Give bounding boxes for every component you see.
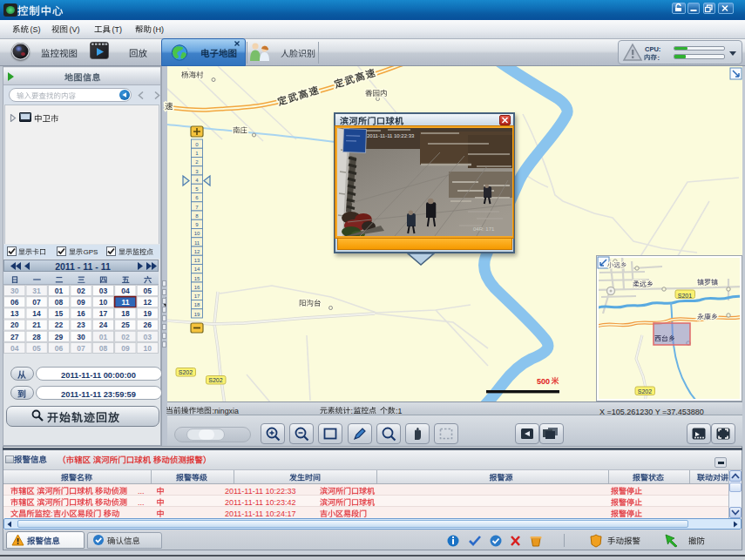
svg-text:30: 30 [77,333,85,341]
svg-text:06: 06 [55,344,64,353]
svg-text:23: 23 [77,320,85,329]
svg-text:08: 08 [99,344,108,353]
svg-text:29: 29 [55,333,64,341]
svg-text:22: 22 [55,320,64,329]
svg-text:21: 21 [32,320,41,329]
svg-text:02: 02 [77,287,85,295]
svg-text:16: 16 [194,285,200,290]
svg-text:11: 11 [194,240,200,246]
svg-text:03: 03 [99,287,108,295]
svg-text:26: 26 [144,320,152,329]
svg-text:24: 24 [99,320,108,329]
svg-text:11: 11 [121,298,129,307]
svg-text:09: 09 [121,344,130,353]
svg-text:18: 18 [194,302,200,307]
svg-text:15: 15 [55,309,64,318]
svg-text:01: 01 [99,333,108,341]
svg-text:05: 05 [32,344,41,353]
svg-text:10: 10 [99,298,108,307]
svg-text:25: 25 [121,320,130,329]
svg-text:05: 05 [144,287,152,295]
svg-text:16: 16 [77,309,85,318]
svg-text:17: 17 [99,309,108,318]
svg-text:06: 06 [10,298,19,307]
svg-text:20: 20 [10,320,19,329]
svg-text:13: 13 [10,309,19,318]
svg-text:18: 18 [121,309,130,318]
svg-text:14: 14 [194,267,200,272]
svg-text:12: 12 [144,298,152,307]
svg-text:30: 30 [10,287,19,295]
svg-text:02: 02 [121,333,130,341]
svg-text:07: 07 [77,344,85,353]
svg-text:27: 27 [10,333,19,341]
svg-text:04: 04 [10,344,19,353]
svg-text:12: 12 [194,249,200,254]
svg-text:09: 09 [77,298,85,307]
svg-text:2011-11-11 10:22:33: 2011-11-11 10:22:33 [367,133,415,138]
svg-text:15: 15 [194,276,200,281]
svg-text:19: 19 [144,309,152,318]
svg-text:04R: 171: 04R: 171 [473,226,495,232]
svg-text:03: 03 [144,333,152,341]
svg-text:14: 14 [32,309,41,318]
svg-text:08: 08 [55,298,64,307]
svg-text:07: 07 [32,298,41,307]
svg-text:19: 19 [194,312,200,317]
svg-text:31: 31 [32,287,41,295]
svg-text:10: 10 [144,344,152,353]
svg-text:13: 13 [194,258,200,263]
svg-text:04: 04 [121,287,130,295]
svg-text:28: 28 [32,333,41,341]
svg-text:10: 10 [194,231,200,236]
svg-text:17: 17 [194,293,200,299]
svg-text:01: 01 [55,287,64,295]
